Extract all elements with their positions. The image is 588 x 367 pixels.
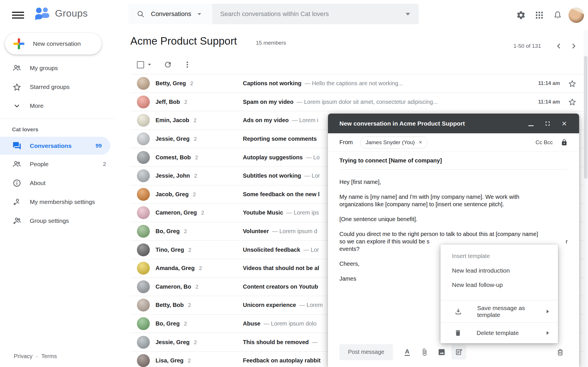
sidebar-item-label: Starred groups: [30, 84, 70, 90]
participant-names: Comest, Bob: [156, 154, 191, 160]
participant-names: Betty, Bob: [156, 302, 184, 308]
insert-image-button[interactable]: [434, 345, 449, 360]
terms-link[interactable]: Terms: [41, 353, 57, 359]
search-bar: Conversations: [129, 4, 419, 24]
row-participants: Amanda, Greg2: [156, 265, 243, 271]
delete-template[interactable]: Delete template: [440, 323, 558, 343]
participant-avatar: [137, 243, 150, 256]
participant-avatar: [137, 188, 150, 201]
subject-field[interactable]: Trying to connect [Name of company]: [339, 152, 568, 170]
subject-text: Feedback on autoplay rabbit: [243, 357, 320, 364]
minimize-button[interactable]: [525, 117, 537, 130]
more-options-button[interactable]: [180, 57, 195, 72]
sender-chip[interactable]: James Snyder (You) ×: [360, 136, 428, 148]
message-count: 2: [184, 99, 187, 105]
participant-avatar: [137, 225, 150, 238]
star-toggle-icon[interactable]: [568, 98, 577, 106]
image-icon: [438, 348, 446, 356]
from-row: From James Snyder (You) × Cc Bcc: [328, 133, 579, 152]
privacy-link[interactable]: Privacy: [14, 353, 33, 359]
sidebar-item-group-settings[interactable]: Group settings: [0, 211, 115, 230]
apps-grid-button[interactable]: [530, 6, 548, 24]
people-icon: [12, 64, 22, 73]
subject-text: This should be removed: [243, 339, 309, 345]
search-input[interactable]: [212, 10, 400, 18]
notifications-button[interactable]: [548, 6, 567, 24]
conversation-row[interactable]: Betty, Greg2Captions not working — Hello…: [130, 74, 583, 93]
new-conversation-button[interactable]: New conversation: [5, 33, 102, 55]
members-count[interactable]: 15 members: [256, 40, 286, 46]
refresh-button[interactable]: [160, 57, 176, 72]
participant-avatar: [137, 114, 150, 127]
participant-names: Cameron, Greg: [156, 209, 197, 216]
star-toggle-icon[interactable]: [568, 79, 577, 88]
settings-button[interactable]: [512, 6, 530, 24]
preview-text: — Lor: [301, 172, 320, 179]
account-avatar[interactable]: [569, 7, 584, 23]
message-count: 2: [194, 340, 197, 345]
download-icon: [454, 308, 462, 316]
scope-caret-icon: [197, 13, 201, 15]
select-caret-icon: [148, 64, 151, 66]
post-message-button[interactable]: Post message: [339, 344, 393, 360]
subject-text: Some feedback on the new l: [243, 191, 320, 197]
previous-page-button[interactable]: [551, 39, 566, 53]
people-icon: [12, 160, 22, 169]
main-menu-icon[interactable]: [12, 10, 24, 20]
legal-footer: Privacy·Terms: [14, 353, 57, 360]
sidebar-item-people[interactable]: People 2: [0, 155, 115, 174]
discard-draft-button[interactable]: [553, 345, 568, 360]
row-participants: Jacob, Greg2: [156, 191, 243, 198]
sidebar-item-more[interactable]: More: [0, 96, 115, 115]
sidebar-item-membership-settings[interactable]: My membership settings: [0, 193, 115, 211]
cc-bcc-toggle[interactable]: Cc Bcc: [536, 139, 553, 146]
sidebar-item-my-groups[interactable]: My groups: [0, 59, 115, 78]
participant-avatar: [137, 299, 150, 312]
pagination: 1-50 of 131: [514, 39, 581, 53]
info-icon: [12, 178, 22, 188]
remove-sender-icon[interactable]: ×: [419, 139, 422, 146]
from-label: From: [339, 139, 353, 146]
attach-file-button[interactable]: [417, 345, 432, 360]
group-section-title: Cat lovers: [0, 123, 115, 137]
sidebar-item-about[interactable]: About: [0, 174, 115, 193]
message-count: 2: [188, 302, 191, 308]
template-item-new-lead-introduction[interactable]: New lead introduction: [440, 263, 558, 278]
insert-template-button[interactable]: [451, 345, 466, 360]
compose-dialog-header[interactable]: New conversation in Acme Product Support…: [328, 114, 579, 133]
row-participants: Jessie, John2: [156, 172, 243, 179]
participant-avatar: [137, 96, 150, 108]
search-scope-label: Conversations: [151, 10, 191, 18]
preview-text: — Lor: [300, 247, 319, 253]
sidebar-item-conversations[interactable]: Conversations 99: [0, 137, 110, 155]
select-all-checkbox[interactable]: [137, 61, 152, 68]
row-participants: Comest, Bob2: [156, 154, 243, 161]
row-participants: Tino, Greg2: [156, 247, 243, 253]
vertical-scrollbar[interactable]: [583, 30, 588, 367]
next-page-button[interactable]: [566, 39, 581, 53]
subject-text: Spam on my video: [243, 99, 294, 105]
text-format-button[interactable]: A: [400, 345, 415, 360]
row-participants: Cameron, Bo2: [156, 283, 243, 290]
message-count: 2: [188, 358, 191, 364]
scrollbar-thumb[interactable]: [584, 56, 587, 179]
close-dialog-button[interactable]: ×: [558, 117, 571, 130]
sidebar: New conversation My groups Starred group…: [0, 30, 115, 367]
search-options-caret-icon[interactable]: [406, 13, 410, 15]
save-message-as-template[interactable]: Save message as template: [440, 300, 558, 322]
gear-icon: [516, 10, 526, 20]
preview-text: —: [309, 339, 318, 345]
search-scope-dropdown[interactable]: Conversations: [129, 4, 212, 24]
preview-text: — Lorem ipsum d: [269, 228, 317, 234]
groups-brand[interactable]: Groups: [34, 6, 88, 20]
template-item-new-lead-follow-up[interactable]: New lead follow-up: [440, 278, 558, 292]
sidebar-item-starred-groups[interactable]: Starred groups: [0, 78, 115, 96]
conversation-row[interactable]: Jeff, Bob2Spam on my video — Lorem ipsum…: [130, 93, 583, 111]
fullscreen-button[interactable]: [541, 117, 554, 130]
participant-avatar: [137, 354, 150, 367]
participant-avatar: [137, 206, 150, 219]
preview-text: — Lorem: [296, 302, 323, 308]
close-icon: ×: [562, 119, 567, 128]
participant-names: Tino, Greg: [156, 247, 184, 253]
pagination-label: 1-50 of 131: [514, 43, 541, 49]
